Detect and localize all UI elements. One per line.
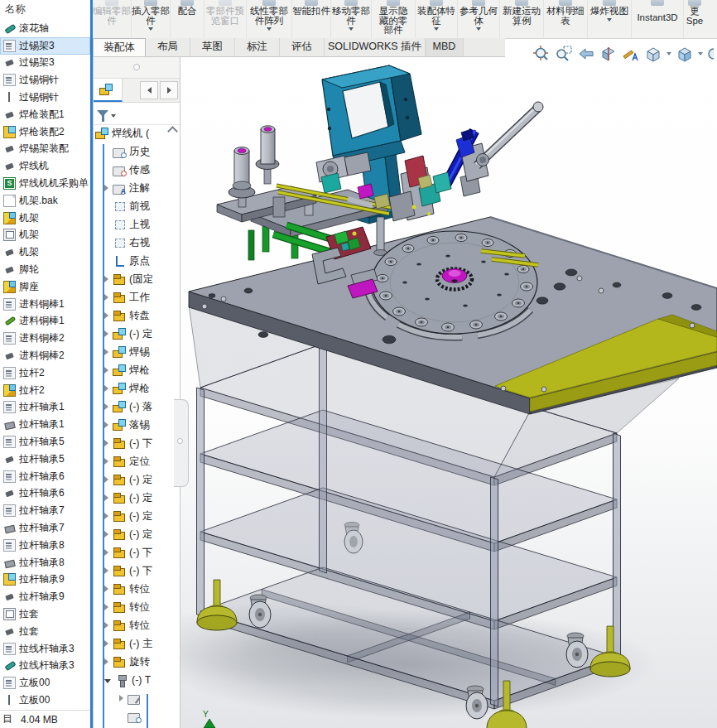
feature-tree-item[interactable]: (-) 定	[94, 507, 180, 525]
feature-tree-item[interactable]: 注解	[94, 179, 180, 197]
expand-arrow-icon[interactable]	[104, 276, 108, 282]
ribbon-button-move-component[interactable]: 移动零部件	[331, 0, 372, 38]
hide-show-items-icon[interactable]	[707, 45, 714, 63]
expand-arrow-icon[interactable]	[104, 403, 108, 410]
feature-tree-item[interactable]	[94, 707, 180, 726]
file-list-item[interactable]: 拉线杆轴承3	[0, 657, 90, 674]
tab-layout[interactable]: 布局	[146, 38, 190, 56]
ribbon-button-exploded-view[interactable]: 爆炸视图	[588, 0, 632, 38]
feature-tree-item[interactable]: 前视	[94, 197, 180, 215]
expand-arrow-icon[interactable]	[119, 695, 123, 701]
feature-tree-root[interactable]: 焊线机 (	[94, 124, 180, 142]
feature-tree-item[interactable]: 焊锡	[94, 343, 180, 361]
file-list-item[interactable]: 过锡铜针	[0, 89, 90, 106]
file-list-item[interactable]: 机架	[0, 227, 90, 244]
file-list-item[interactable]: 拉杆轴承8	[0, 554, 90, 571]
feature-tree-item[interactable]: (-) 定	[94, 470, 180, 489]
previous-view-icon[interactable]	[577, 45, 595, 63]
tab-assembly[interactable]: 装配体	[93, 38, 146, 56]
file-list-item[interactable]: 拉杆轴承5	[0, 451, 90, 468]
expand-arrow-icon[interactable]	[104, 349, 108, 355]
display-style-caret[interactable]	[698, 52, 703, 55]
file-list-item[interactable]: 拉杆轴承6	[0, 468, 90, 485]
feature-tree-item[interactable]: 落锡	[94, 416, 180, 434]
file-list-item[interactable]: 焊线机	[0, 157, 90, 175]
file-list-item[interactable]: 进料铜棒1	[0, 296, 90, 313]
feature-tree-item[interactable]: (-) 下	[94, 543, 180, 562]
expand-arrow-icon[interactable]	[104, 531, 108, 538]
feature-tree-item[interactable]: (-) 下	[94, 562, 180, 580]
feature-tree-item[interactable]: 旋转	[94, 653, 180, 671]
feature-tree-item[interactable]: 上视	[94, 215, 180, 234]
expand-arrow-icon[interactable]	[104, 330, 108, 337]
file-list-item[interactable]: 进料铜棒2	[0, 330, 90, 347]
file-list-item[interactable]: 拉杆轴承5	[0, 433, 90, 451]
tab-feature-manager[interactable]	[94, 79, 123, 102]
feature-tree-item[interactable]: (固定	[94, 270, 180, 288]
feature-tree-item[interactable]: 原点	[94, 252, 180, 270]
ribbon-button-update-speedpak[interactable]: 更 Spe	[684, 0, 705, 38]
file-list-item[interactable]: 机架	[0, 243, 90, 261]
panel-splitter[interactable]	[94, 56, 180, 79]
file-list-item[interactable]: 脚轮	[0, 261, 90, 278]
file-list-item[interactable]: 拉杆轴承1	[0, 416, 90, 433]
collapse-chevron-icon[interactable]	[167, 126, 178, 137]
display-style-icon[interactable]	[676, 45, 694, 63]
expand-arrow-icon[interactable]	[104, 440, 108, 446]
ribbon-button-reference-geometry[interactable]: 参考几何体	[458, 0, 500, 38]
splitter-knob-icon[interactable]	[133, 64, 140, 70]
file-list-item[interactable]: 拉杆2	[0, 382, 90, 399]
feature-tree-item[interactable]: (-) 定	[94, 525, 180, 543]
file-list-item[interactable]: 脚座	[0, 278, 90, 296]
assembly-3d-model[interactable]: Y	[180, 38, 717, 728]
file-list-item[interactable]: 拉套	[0, 623, 90, 640]
feature-tree-item[interactable]: 焊枪	[94, 379, 180, 398]
tab-mbd[interactable]: MBD	[426, 38, 464, 56]
expand-arrow-icon[interactable]	[104, 185, 108, 191]
ribbon-button-bill-of-materials[interactable]: 材料明细表	[544, 0, 588, 38]
ribbon-button-instant3d[interactable]: Instant3D	[632, 0, 684, 38]
feature-tree-item[interactable]: 转位	[94, 580, 180, 598]
feature-tree-item[interactable]: 历史	[94, 142, 180, 161]
file-list-item[interactable]: 拉杆轴承9	[0, 571, 90, 589]
expand-arrow-icon[interactable]	[104, 422, 108, 428]
expand-arrow-icon[interactable]	[104, 586, 108, 592]
expand-arrow-icon[interactable]	[104, 513, 108, 519]
ribbon-button-show-hidden[interactable]: 显示隐藏的零部件	[372, 0, 416, 38]
feature-tree-item[interactable]: (-) 定	[94, 489, 180, 507]
file-list-item[interactable]: 进料铜棒1	[0, 313, 90, 330]
expand-arrow-icon[interactable]	[104, 549, 108, 556]
expand-arrow-icon[interactable]	[104, 494, 108, 501]
expand-arrow-icon[interactable]	[104, 658, 108, 665]
expand-arrow-icon[interactable]	[104, 622, 108, 629]
feature-tree-item[interactable]: 工作	[94, 288, 180, 306]
file-list-item[interactable]: 机架	[0, 210, 90, 227]
file-list-item[interactable]: 焊线机机采购单	[0, 175, 90, 192]
tab-sketch[interactable]: 草图	[190, 38, 235, 56]
feature-tree-item[interactable]: (-) 定	[94, 325, 180, 343]
file-list-item[interactable]: 拉杆轴承9	[0, 588, 90, 605]
zoom-to-area-icon[interactable]	[555, 45, 573, 63]
feature-tree-item[interactable]	[94, 689, 180, 707]
file-list-item[interactable]: 焊枪装配1	[0, 106, 90, 123]
view-settings-icon[interactable]	[622, 45, 640, 63]
graphics-viewport[interactable]: Y	[180, 38, 717, 728]
expand-arrow-icon[interactable]	[104, 367, 108, 374]
feature-tree-item[interactable]: 焊枪	[94, 361, 180, 379]
file-list-item[interactable]: 立板00	[0, 692, 90, 709]
expand-arrow-icon[interactable]	[104, 604, 108, 610]
feature-tree-item[interactable]: (-) T	[94, 671, 180, 689]
file-list-item[interactable]: 过锡架3	[0, 37, 90, 55]
ribbon-button-assembly-features[interactable]: 装配体特征	[416, 0, 458, 38]
file-list-item[interactable]: 机架.bak	[0, 192, 90, 210]
expand-arrow-icon[interactable]	[104, 385, 108, 392]
view-orientation-caret[interactable]	[666, 52, 671, 55]
feature-tree-item[interactable]: 转盘	[94, 306, 180, 325]
feature-tree-item[interactable]: (-) 落	[94, 398, 180, 416]
ribbon-button-component-preview[interactable]: 零部件预览窗口	[205, 0, 247, 38]
feature-tree-item[interactable]: (-) 主	[94, 634, 180, 653]
file-list-item[interactable]: 过锡架3	[0, 55, 90, 72]
panel-splitter-handle[interactable]	[174, 399, 189, 487]
file-list-item[interactable]: 进料铜棒2	[0, 347, 90, 364]
tab-evaluate[interactable]: 评估	[280, 38, 325, 56]
